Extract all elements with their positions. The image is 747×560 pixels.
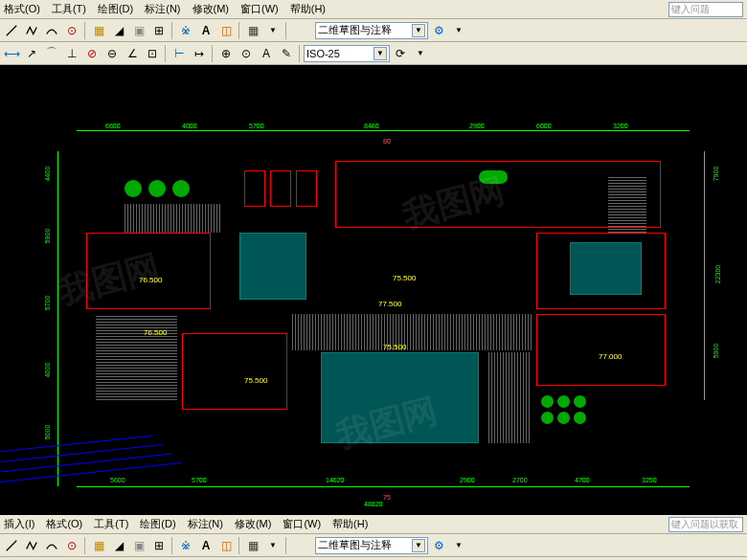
hatch-tool-icon[interactable]: ▦: [89, 536, 108, 555]
ordinate-dim-icon[interactable]: ⊥: [62, 44, 81, 63]
linear-dim-icon[interactable]: ⟷: [2, 44, 21, 63]
help-search-input[interactable]: 键入问题以获取: [668, 517, 743, 532]
tree-symbol: [124, 180, 142, 197]
table-tool-icon[interactable]: ⊞: [149, 536, 169, 555]
chevron-down-icon[interactable]: ▼: [374, 47, 387, 60]
hatch-tool-icon[interactable]: ▦: [89, 21, 108, 40]
dimstyle-update-icon[interactable]: ⟳: [391, 44, 410, 63]
workspace-combo[interactable]: 二维草图与注释 ▼: [315, 22, 428, 39]
menu-dimension[interactable]: 标注(N): [145, 2, 180, 16]
calculator-icon[interactable]: ▦: [243, 21, 262, 40]
elevation-label: 76.500: [144, 328, 167, 337]
center-mark-icon[interactable]: ⊙: [237, 44, 256, 63]
baseline-dim-icon[interactable]: ⊢: [170, 44, 189, 63]
terrace-hatch: [488, 352, 532, 443]
region-tool-icon[interactable]: ▣: [129, 21, 148, 40]
dimension-text: 5600: [110, 477, 125, 483]
cad-drawing-canvas[interactable]: 6600 4000 5700 8460 2900 6000 3200 80 44…: [0, 65, 747, 515]
dimension-line: [57, 151, 58, 486]
menu-tools[interactable]: 工具(T): [52, 2, 86, 16]
axis-label: 75: [383, 494, 391, 501]
menu-window[interactable]: 窗口(W): [240, 2, 279, 16]
continue-dim-icon[interactable]: ↦: [190, 44, 209, 63]
menu-format[interactable]: 格式(O): [46, 517, 82, 531]
menu-dimension[interactable]: 标注(N): [188, 517, 223, 531]
chevron-down-icon[interactable]: ▼: [449, 536, 468, 555]
radius-dim-icon[interactable]: ⊘: [82, 44, 102, 63]
dim-edit-icon[interactable]: ✎: [277, 44, 296, 63]
dimension-line: [77, 130, 690, 131]
dimension-text: 22300: [714, 265, 721, 283]
arc-tool-icon[interactable]: [42, 21, 61, 40]
menu-modify[interactable]: 修改(M): [192, 2, 230, 16]
chevron-down-icon[interactable]: ▼: [263, 21, 283, 40]
region-tool-icon[interactable]: ▣: [129, 536, 148, 555]
gradient-tool-icon[interactable]: ◢: [109, 21, 128, 40]
arc-tool-icon[interactable]: [42, 536, 61, 555]
line-tool-icon[interactable]: [2, 536, 21, 555]
aligned-dim-icon[interactable]: ↗: [22, 44, 41, 63]
tree-symbol: [172, 180, 190, 197]
quick-dim-icon[interactable]: ⊡: [143, 44, 162, 63]
menu-insert[interactable]: 插入(I): [4, 517, 34, 531]
point-tool-icon[interactable]: ※: [176, 21, 195, 40]
workspace-settings-icon[interactable]: ⚙: [429, 21, 448, 40]
tree-symbol: [557, 412, 570, 424]
menu-help[interactable]: 帮助(H): [290, 2, 326, 16]
tree-symbol: [541, 395, 554, 408]
car-symbol: [270, 170, 291, 207]
chevron-down-icon[interactable]: ▼: [449, 21, 468, 40]
toolbar-3: ⊙ ▦ ◢ ▣ ⊞ ※ A ◫ ▦ ▼ 二维草图与注释 ▼ ⚙ ▼: [0, 534, 747, 557]
line-tool-icon[interactable]: [2, 21, 21, 40]
dimension-text: 4000: [44, 363, 51, 378]
help-search-input[interactable]: 键入问题: [668, 2, 743, 17]
chevron-down-icon[interactable]: ▼: [411, 44, 430, 63]
dimension-text: 5700: [249, 123, 264, 129]
dimension-text: 5700: [192, 477, 207, 483]
chevron-down-icon[interactable]: ▼: [412, 24, 425, 37]
elevation-label: 77.500: [378, 300, 401, 308]
menu-format[interactable]: 格式(O): [4, 2, 40, 16]
block-tool-icon[interactable]: ◫: [216, 536, 236, 555]
dimension-text: 3200: [613, 123, 628, 129]
menu-tools[interactable]: 工具(T): [94, 517, 128, 531]
menu-draw[interactable]: 绘图(D): [98, 2, 133, 16]
chevron-down-icon[interactable]: ▼: [263, 536, 283, 555]
diameter-dim-icon[interactable]: ⊖: [102, 44, 122, 63]
gradient-tool-icon[interactable]: ◢: [109, 536, 128, 555]
tree-symbol: [574, 412, 586, 424]
pool-hatch: [570, 242, 642, 295]
elevation-label: 77.000: [599, 352, 622, 361]
text-tool-icon[interactable]: A: [196, 536, 215, 555]
point-tool-icon[interactable]: ※: [176, 536, 195, 555]
workspace-combo[interactable]: 二维草图与注释 ▼: [315, 537, 428, 554]
dimstyle-combo[interactable]: ISO-25 ▼: [304, 45, 390, 62]
tolerance-icon[interactable]: ⊕: [216, 44, 236, 63]
dimension-text: 8460: [364, 123, 379, 129]
circle-tool-icon[interactable]: ⊙: [62, 21, 81, 40]
menu-window[interactable]: 窗口(W): [283, 517, 321, 531]
polyline-tool-icon[interactable]: [22, 536, 41, 555]
angular-dim-icon[interactable]: ∠: [123, 44, 142, 63]
menu-help[interactable]: 帮助(H): [332, 517, 368, 531]
toolbar-separator: [238, 22, 240, 39]
dimension-text: 48820: [364, 501, 382, 507]
dimension-line: [704, 151, 705, 400]
block-tool-icon[interactable]: ◫: [216, 21, 236, 40]
contour-line: [0, 444, 162, 462]
text-tool-icon[interactable]: A: [196, 21, 215, 40]
tree-symbol: [574, 395, 586, 408]
leader-icon[interactable]: A: [257, 44, 276, 63]
dimension-text: 2900: [460, 477, 475, 483]
polyline-tool-icon[interactable]: [22, 21, 41, 40]
dimension-text: 6600: [105, 123, 121, 129]
chevron-down-icon[interactable]: ▼: [412, 539, 425, 552]
arc-dim-icon[interactable]: ⌒: [42, 44, 61, 63]
calculator-icon[interactable]: ▦: [243, 536, 262, 555]
room-outline: [536, 314, 666, 386]
menu-modify[interactable]: 修改(M): [235, 517, 272, 531]
menu-draw[interactable]: 绘图(D): [140, 517, 175, 531]
workspace-settings-icon[interactable]: ⚙: [429, 536, 448, 555]
circle-tool-icon[interactable]: ⊙: [62, 536, 81, 555]
table-tool-icon[interactable]: ⊞: [149, 21, 169, 40]
